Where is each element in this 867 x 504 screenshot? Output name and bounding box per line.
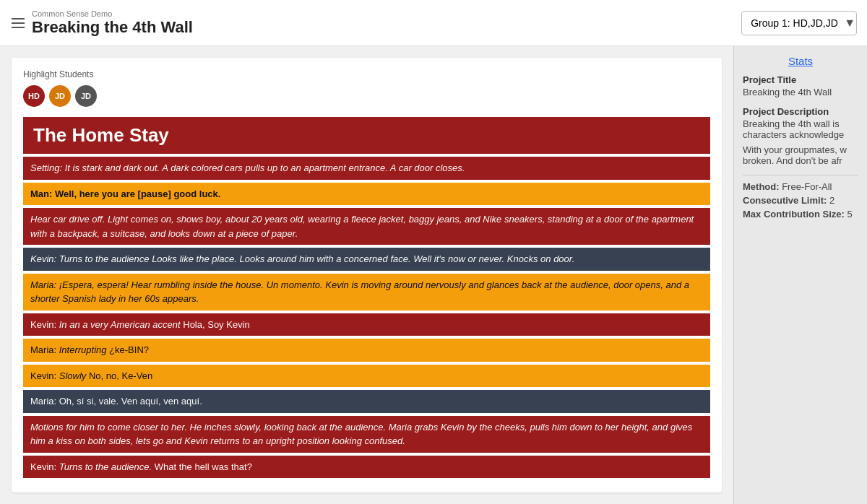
header-title: Breaking the 4th Wall <box>32 18 193 37</box>
stats-method-value: Free-For-All <box>782 181 832 192</box>
content-area: Highlight Students HD JD JD The Home Sta… <box>0 46 733 504</box>
block-maria2: Maria: Interrupting ¿ke-BIN? <box>23 339 710 362</box>
main-container: Highlight Students HD JD JD The Home Sta… <box>0 46 867 504</box>
block-man1: Man: Well, here you are [pause] good luc… <box>23 183 710 206</box>
block-maria1: Maria: ¡Espera, espera! Hear rumbling in… <box>23 274 710 310</box>
content-panel: Highlight Students HD JD JD The Home Sta… <box>12 58 722 492</box>
stats-heading: Stats <box>743 55 858 67</box>
block-maria3: Maria: Oh, sí si, vale. Ven aquí, ven aq… <box>23 390 710 413</box>
stats-max-contribution: Max Contribution Size: 5 <box>743 209 858 220</box>
stats-project-description-section: Project Description Breaking the 4th wal… <box>743 106 858 166</box>
block-action1: Hear car drive off. Light comes on, show… <box>23 208 710 245</box>
stats-max-contribution-value: 5 <box>847 209 852 220</box>
block-kevin1: Kevin: Turns to the audience Looks like … <box>23 248 710 271</box>
block-setting: Setting: It is stark and dark out. A dar… <box>23 157 710 180</box>
stats-method: Method: Free-For-All <box>743 181 858 192</box>
stats-consecutive-limit-label: Consecutive Limit: <box>743 195 827 206</box>
stats-method-section: Method: Free-For-All Consecutive Limit: … <box>743 181 858 220</box>
avatar-jd1[interactable]: JD <box>49 85 71 107</box>
avatar-jd2[interactable]: JD <box>75 85 97 107</box>
group-selector[interactable]: Group 1: HD,JD,JD Group 2 Group 3 <box>741 11 857 35</box>
avatar-row: HD JD JD <box>23 85 710 107</box>
stats-method-label: Method: <box>743 181 780 192</box>
stats-consecutive-limit: Consecutive Limit: 2 <box>743 195 858 206</box>
block-kevin2: Kevin: In an a very American accent Hola… <box>23 313 710 336</box>
avatar-hd[interactable]: HD <box>23 85 45 107</box>
header: Common Sense Demo Breaking the 4th Wall … <box>0 0 867 46</box>
header-left: Common Sense Demo Breaking the 4th Wall <box>12 9 193 37</box>
stats-project-description-extra: With your groupmates, w broken. And don'… <box>743 144 858 166</box>
stats-consecutive-limit-value: 2 <box>829 195 834 206</box>
header-title-group: Common Sense Demo Breaking the 4th Wall <box>32 9 193 37</box>
block-action2: Motions for him to come closer to her. H… <box>23 416 710 453</box>
stats-project-title-value: Breaking the 4th Wall <box>743 87 858 97</box>
hamburger-menu[interactable] <box>12 18 25 28</box>
stats-project-title-label: Project Title <box>743 74 858 85</box>
stats-max-contribution-label: Max Contribution Size: <box>743 209 845 220</box>
stats-project-title-section: Project Title Breaking the 4th Wall <box>743 74 858 97</box>
block-kevin3: Kevin: Slowly No, no, Ke-Ven <box>23 365 710 388</box>
stats-project-description-label: Project Description <box>743 106 858 117</box>
sidebar: Stats Project Title Breaking the 4th Wal… <box>733 46 867 504</box>
header-subtitle: Common Sense Demo <box>32 9 193 18</box>
stats-project-description-value: Breaking the 4th wall is characters ackn… <box>743 118 858 140</box>
stats-divider <box>743 175 858 175</box>
block-kevin4: Kevin: Turns to the audience. What the h… <box>23 456 710 479</box>
script-title: The Home Stay <box>23 117 710 154</box>
highlight-students-label: Highlight Students <box>23 69 710 79</box>
group-select-wrapper: Group 1: HD,JD,JD Group 2 Group 3 ▼ <box>741 11 855 35</box>
